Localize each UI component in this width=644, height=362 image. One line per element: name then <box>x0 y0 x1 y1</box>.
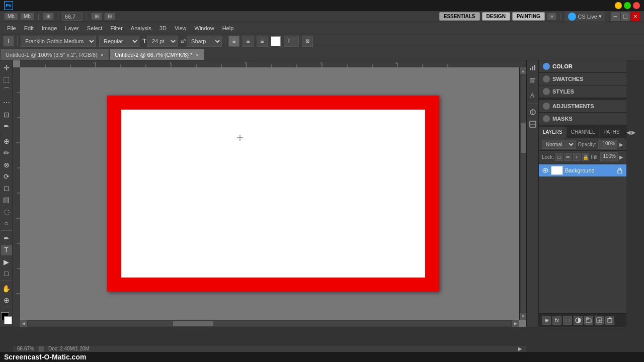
quick-select-tool[interactable]: ⋯ <box>1 98 12 108</box>
adjustments-panel-icon[interactable] <box>528 107 538 117</box>
h-scroll-thumb[interactable] <box>173 321 213 326</box>
v-scroll-thumb[interactable] <box>521 123 526 153</box>
align-left-button[interactable]: ≡ <box>228 36 239 47</box>
layer-visibility-eye[interactable] <box>542 167 549 174</box>
status-zoom[interactable]: 66.67% <box>17 346 34 351</box>
layers-expand-btns[interactable]: ◀ ▶ <box>623 127 638 138</box>
tab-untitled-2[interactable]: Untitled-2 @ 66.7% (CMYK/8) * × <box>109 49 204 60</box>
ws-max-button[interactable]: □ <box>621 12 630 21</box>
shape-tool[interactable]: □ <box>1 268 12 279</box>
menu-3d[interactable]: 3D <box>155 24 171 32</box>
close-button[interactable] <box>633 2 640 9</box>
fill-arrow[interactable]: ▶ <box>619 154 623 160</box>
layer-name[interactable]: Background <box>565 167 614 173</box>
ws-min-button[interactable]: − <box>611 12 620 21</box>
opacity-value[interactable]: 100% <box>598 140 617 149</box>
blend-mode-select[interactable]: Normal <box>542 140 576 149</box>
menu-image[interactable]: Image <box>38 24 61 32</box>
history-brush-tool[interactable]: ⟳ <box>1 171 12 182</box>
canvas-white-area[interactable] <box>121 110 425 278</box>
canvas-area[interactable]: 0 1 2 3 4 <box>13 60 526 327</box>
align-right-button[interactable]: ≡ <box>257 36 268 47</box>
zoom-tool[interactable]: ⊕ <box>1 295 12 306</box>
healing-tool[interactable]: ⊕ <box>1 136 12 146</box>
color-panel-title[interactable]: COLOR <box>552 63 573 69</box>
antialiasing-select[interactable]: Sharp <box>187 36 222 47</box>
arrange-button[interactable]: ⊞ <box>91 13 102 20</box>
scroll-right-button[interactable]: ▶ <box>512 320 519 327</box>
toggle-options-button[interactable]: ⊠ <box>302 36 313 47</box>
crop-tool[interactable]: ⊡ <box>1 109 12 120</box>
link-layers-btn[interactable]: ⊕ <box>542 316 551 325</box>
minimize-button[interactable] <box>615 2 622 9</box>
cs-live-panel[interactable]: CS Live ▾ <box>565 12 605 22</box>
tab-close-1[interactable]: × <box>101 52 104 58</box>
background-color[interactable] <box>4 316 12 324</box>
arrange-button-2[interactable]: ⊟ <box>104 13 115 20</box>
layers-expand-left[interactable]: ◀ <box>626 129 630 136</box>
status-scroll-right[interactable]: ▶ <box>518 346 522 351</box>
lock-position-btn[interactable]: + <box>573 153 581 161</box>
status-expand-btn[interactable] <box>38 346 44 352</box>
zoom-value[interactable]: 66.7 <box>62 13 83 21</box>
histogram-panel-icon[interactable] <box>528 62 538 72</box>
dodge-tool[interactable]: ○ <box>1 218 12 228</box>
warp-text-button[interactable]: T⌒ <box>284 36 299 47</box>
layers-expand-right[interactable]: ▶ <box>631 129 635 136</box>
brush-tool[interactable]: ✏ <box>1 148 12 158</box>
document-canvas[interactable] <box>107 96 439 292</box>
mode-button[interactable]: Mb <box>4 13 18 20</box>
new-group-btn[interactable] <box>584 316 593 325</box>
font-family-select[interactable]: Franklin Gothic Medium <box>21 36 96 47</box>
menu-view[interactable]: View <box>171 24 191 32</box>
scroll-up-button[interactable]: ▲ <box>520 67 527 74</box>
pen-tool[interactable]: ✒ <box>1 233 12 243</box>
menu-file[interactable]: File <box>3 24 20 32</box>
lock-image-btn[interactable]: ✏ <box>565 153 572 161</box>
eyedropper-tool[interactable]: ✒ <box>1 121 12 131</box>
fill-value[interactable]: 100% <box>600 152 618 161</box>
new-layer-btn[interactable] <box>595 316 604 325</box>
maximize-button[interactable] <box>624 2 631 9</box>
menu-help[interactable]: Help <box>218 24 238 32</box>
gradient-tool[interactable]: ▤ <box>1 195 12 205</box>
layers-tab[interactable]: LAYERS <box>539 127 567 138</box>
paths-tab[interactable]: PATHS <box>600 127 624 138</box>
more-workspaces-button[interactable]: » <box>547 13 557 20</box>
menu-analysis[interactable]: Analysis <box>127 24 155 32</box>
hand-tool[interactable]: ✋ <box>1 283 12 294</box>
info-panel-icon[interactable] <box>528 76 538 86</box>
align-center-button[interactable]: ≡ <box>243 36 254 47</box>
design-button[interactable]: DESIGN <box>482 12 510 21</box>
path-select-tool[interactable]: ▶ <box>1 256 12 267</box>
tab-untitled-1[interactable]: Untitled-1 @ 100% (3.5" x 2", RGB/8) × <box>0 49 109 60</box>
menu-layer[interactable]: Layer <box>61 24 83 32</box>
canvas-container[interactable] <box>20 67 526 320</box>
font-style-select[interactable]: Regular <box>99 36 139 47</box>
delete-layer-btn[interactable] <box>605 316 614 325</box>
scroll-left-button[interactable]: ◀ <box>20 320 27 327</box>
eraser-tool[interactable]: ◻ <box>1 183 12 193</box>
layer-effects-btn[interactable]: fx <box>552 316 561 325</box>
layout-button[interactable]: ⊞ <box>43 13 54 20</box>
menu-window[interactable]: Window <box>191 24 218 32</box>
text-color-swatch[interactable] <box>271 36 281 46</box>
menu-edit[interactable]: Edit <box>20 24 38 32</box>
adjustment-layer-btn[interactable] <box>574 316 583 325</box>
tab-close-2[interactable]: × <box>196 52 199 58</box>
marquee-tool[interactable]: ⬚ <box>1 74 12 84</box>
swatches-panel-title[interactable]: SWATCHES <box>552 76 584 82</box>
opacity-arrow[interactable]: ▶ <box>619 142 623 147</box>
painting-button[interactable]: PAINTING <box>512 12 545 21</box>
layer-item-background[interactable]: Background <box>539 164 626 176</box>
masks-panel-icon[interactable] <box>528 119 538 129</box>
menu-select[interactable]: Select <box>83 24 107 32</box>
clone-tool[interactable]: ⊗ <box>1 159 12 170</box>
menu-filter[interactable]: Filter <box>106 24 126 32</box>
move-tool[interactable]: ✛ <box>1 62 12 73</box>
scroll-down-button[interactable]: ▼ <box>520 313 527 320</box>
adjustments-panel-title[interactable]: ADJUSTMENTS <box>552 103 594 109</box>
font-size-select[interactable]: 24 pt <box>147 36 178 47</box>
blur-tool[interactable]: ◌ <box>1 206 12 217</box>
tool-type-indicator[interactable]: T <box>3 36 14 47</box>
